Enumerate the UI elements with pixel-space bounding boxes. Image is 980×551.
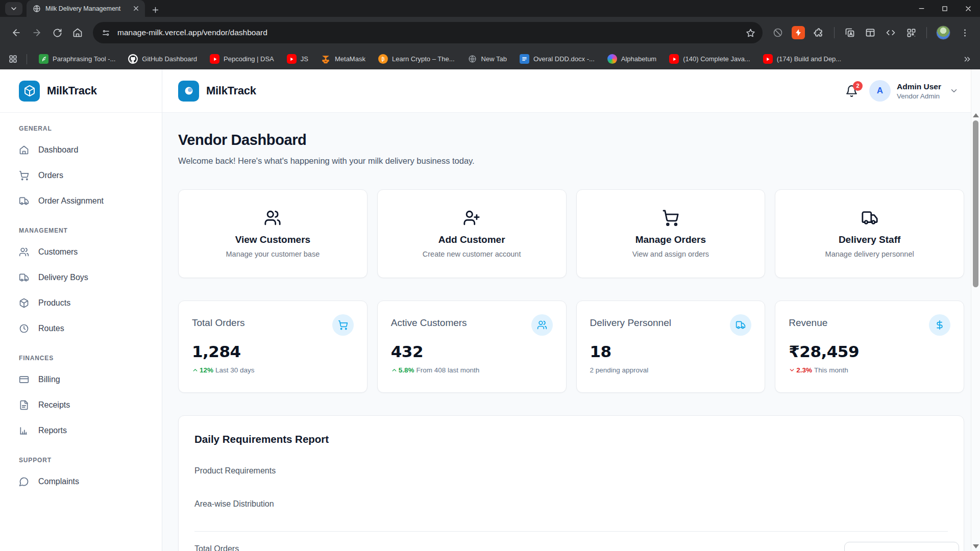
manage-orders-card[interactable]: Manage Orders View and assign orders [576,189,766,278]
sidebar-section-support: SUPPORT [19,457,143,464]
bookmark-item[interactable]: GitHub Dashboard [125,52,200,66]
browser-home-button[interactable] [68,23,87,42]
window-controls [910,0,980,17]
app-header: MilkTrack 2 A Admin User Vendor Admin [162,69,980,113]
stat-value: ₹28,459 [789,342,950,361]
window-close-button[interactable] [957,0,980,17]
sidebar-item-routes[interactable]: Routes [7,316,155,341]
delivery-staff-card[interactable]: Delivery Staff Manage delivery personnel [775,189,964,278]
dots-vertical-icon [960,28,970,38]
browser-titlebar: Milk Delivery Management [0,0,980,17]
sidebar-section-general: GENERAL [19,125,143,132]
bookmark-item[interactable]: Pepcoding | DSA [207,52,277,66]
globe-favicon [468,54,477,64]
bookmark-item[interactable]: Paraphrasing Tool -... [36,52,118,66]
stat-note: 2 pending approval [590,366,649,374]
chevrons-right-icon [963,55,972,64]
report-action-button[interactable] [844,542,959,551]
delivery-personnel-stat-card: Delivery Personnel 18 2 pending approval [576,300,766,393]
translate-button[interactable] [841,23,859,42]
site-info-button[interactable] [97,24,114,41]
daily-requirements-report-card: Daily Requirements Report Product Requir… [178,415,964,551]
tab-favicon-globe-icon [33,5,41,13]
devtools-button[interactable] [881,23,900,42]
browser-menu-button[interactable] [955,23,974,42]
truck-icon [730,314,751,336]
star-icon [746,28,755,38]
window-maximize-button[interactable] [933,0,957,17]
browser-profile-avatar[interactable] [936,26,950,40]
user-menu[interactable]: A Admin User Vendor Admin [869,80,959,102]
sidebar-item-reports[interactable]: Reports [7,418,155,443]
total-orders-stat-card: Total Orders 1,284 12% Last 30 days [178,300,368,393]
bookmark-item[interactable]: Learn Crypto – The... [375,52,458,66]
sidebar-nav: GENERAL Dashboard Orders Order Assignmen… [0,113,162,494]
shopping-cart-icon [662,209,679,227]
scrollbar-down-arrow[interactable] [973,544,979,548]
window-minimize-button[interactable] [910,0,933,17]
address-bar[interactable]: manage-milk.vercel.app/vendor/dashboard [93,22,763,43]
report-row-total-orders: Total Orders [194,544,948,551]
sidebar-item-dashboard[interactable]: Dashboard [7,137,155,163]
back-button[interactable] [7,23,26,42]
bookmark-item[interactable]: Alphabetum [604,52,659,66]
minimize-icon [918,5,925,12]
bookmark-item[interactable]: New Tab [464,52,510,66]
page-scrollbar[interactable] [971,69,980,551]
url-text[interactable]: manage-milk.vercel.app/vendor/dashboard [117,28,746,37]
tab-search-button[interactable] [5,2,22,15]
page-subtitle: Welcome back! Here's what's happening wi… [178,156,964,166]
sidebar-item-products[interactable]: Products [7,290,155,316]
qr-extension-button[interactable] [902,23,920,42]
report-title: Daily Requirements Report [194,433,948,445]
scrollbar-thumb[interactable] [973,120,978,287]
forward-button[interactable] [28,23,46,42]
bitcoin-favicon [378,54,388,64]
youtube-favicon [210,54,219,64]
sidebar-item-orders[interactable]: Orders [7,163,155,188]
sidebar-item-complaints[interactable]: Complaints [7,469,155,494]
sidebar-item-customers[interactable]: Customers [7,239,155,265]
dashboard-content: Vendor Dashboard Welcome back! Here's wh… [162,113,980,551]
notifications-button[interactable]: 2 [845,85,858,97]
credit-card-icon [19,374,29,385]
sidebar-brand[interactable]: MilkTrack [0,69,162,113]
trend-down: 2.3% [789,366,812,374]
shopping-cart-icon [332,314,354,336]
reload-icon [53,28,62,38]
tab-close-button[interactable] [132,5,140,12]
bookmarks-overflow-button[interactable] [963,55,972,64]
browser-tab[interactable]: Milk Delivery Management [27,0,145,17]
thunder-extension-button[interactable] [792,26,805,39]
sidebar-item-delivery-boys[interactable]: Delivery Boys [7,265,155,290]
youtube-favicon [763,54,773,64]
toolbar-divider [926,27,927,38]
bookmark-star-button[interactable] [746,28,755,38]
colorful-favicon [607,54,617,64]
new-tab-button[interactable] [151,6,160,14]
scrollbar-up-arrow[interactable] [973,113,979,117]
truck-icon [19,272,29,283]
adblock-extension-button[interactable] [769,23,787,42]
sidebar-item-order-assignment[interactable]: Order Assignment [7,188,155,214]
bookmark-item[interactable]: MetaMask [318,52,369,66]
reload-button[interactable] [48,23,66,42]
sidebar-item-receipts[interactable]: Receipts [7,392,155,418]
bookmark-item[interactable]: JS [284,52,311,66]
view-customers-card[interactable]: View Customers Manage your customer base [178,189,368,278]
bookmark-item[interactable]: Overal DDD.docx -... [517,52,598,66]
stat-note: Last 30 days [215,366,255,374]
apps-grid-icon[interactable] [8,54,18,64]
bookmark-item[interactable]: (174) Build and Dep... [760,52,844,66]
message-circle-icon [19,477,29,487]
extensions-button[interactable] [810,23,828,42]
lightning-icon [794,29,802,37]
github-favicon [128,54,138,64]
bookmark-item[interactable]: (140) Complete Java... [666,52,753,66]
user-avatar: A [869,80,891,102]
reading-list-button[interactable] [861,23,879,42]
toolbar-divider [834,27,835,38]
translate-icon [845,28,855,38]
sidebar-item-billing[interactable]: Billing [7,367,155,392]
add-customer-card[interactable]: Add Customer Create new customer account [377,189,567,278]
